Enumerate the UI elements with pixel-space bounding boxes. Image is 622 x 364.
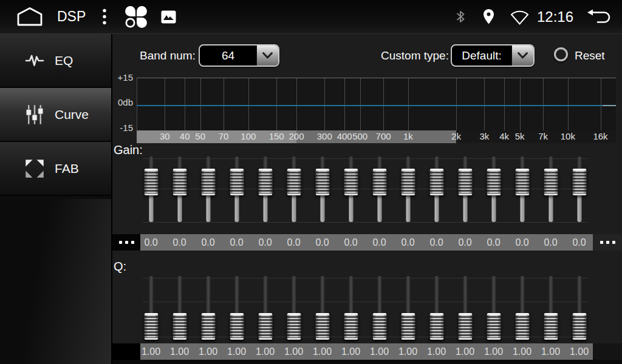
gain-slider[interactable] [451, 157, 479, 224]
eq-plot[interactable] [137, 78, 616, 130]
freq-tick-label: 200 [289, 131, 304, 141]
q-value: 1.00 [394, 343, 422, 360]
q-slider[interactable] [137, 276, 165, 340]
slider-thumb[interactable] [230, 169, 244, 195]
gain-slider[interactable] [536, 157, 565, 224]
slider-track-fill [577, 194, 581, 222]
dsp-clover-icon[interactable] [125, 5, 148, 29]
sidebar-item-fab[interactable]: FAB [0, 142, 111, 196]
slider-thumb[interactable] [372, 313, 386, 340]
gain-slider[interactable] [165, 157, 194, 224]
gain-slider[interactable] [137, 157, 165, 224]
slider-thumb[interactable] [258, 313, 272, 340]
q-slider[interactable] [194, 276, 222, 340]
slider-thumb[interactable] [372, 169, 386, 195]
slider-thumb[interactable] [515, 313, 529, 340]
slider-thumb[interactable] [487, 313, 501, 340]
slider-thumb[interactable] [144, 169, 158, 195]
q-slider[interactable] [394, 276, 422, 340]
band-num-select[interactable]: 64 [199, 44, 279, 67]
slider-thumb[interactable] [429, 169, 443, 195]
gain-slider[interactable] [479, 157, 508, 224]
gain-scroll-right-button[interactable] [593, 234, 622, 251]
gain-slider[interactable] [222, 157, 251, 224]
slider-thumb[interactable] [201, 313, 215, 340]
eq-grid-vline [165, 78, 165, 130]
slider-thumb[interactable] [173, 313, 186, 340]
freq-tick-label: 100 [241, 131, 256, 141]
slider-thumb[interactable] [258, 169, 272, 195]
q-slider[interactable] [451, 276, 479, 340]
home-icon[interactable] [16, 7, 44, 27]
gain-slider[interactable] [251, 157, 279, 224]
eq-grid-vline [324, 78, 325, 130]
freq-tick-label: 70 [219, 131, 229, 141]
gain-slider[interactable] [508, 157, 536, 224]
slider-thumb[interactable] [429, 313, 443, 340]
slider-thumb[interactable] [287, 169, 301, 195]
sidebar-item-eq[interactable]: EQ [0, 34, 111, 88]
q-slider[interactable] [565, 276, 593, 340]
q-value: 1.00 [251, 343, 279, 360]
gain-slider[interactable] [394, 157, 422, 224]
freq-tick-label: 300 [317, 131, 332, 141]
q-slider[interactable] [479, 276, 508, 340]
y-axis-label-zero: 0db [112, 97, 133, 107]
q-values-row: 1.001.001.001.001.001.001.001.001.001.00… [112, 343, 622, 360]
reset-radio[interactable] [554, 47, 568, 61]
gain-value: 0.0 [337, 234, 365, 251]
slider-thumb[interactable] [572, 313, 586, 340]
q-slider[interactable] [222, 276, 251, 340]
eq-grid-vline [408, 78, 409, 130]
slider-thumb[interactable] [344, 169, 358, 195]
slider-thumb[interactable] [544, 313, 558, 340]
gain-slider[interactable] [365, 157, 394, 224]
gain-slider[interactable] [308, 157, 337, 224]
eq-grid-vline [200, 78, 201, 130]
custom-type-select[interactable]: Default: [451, 44, 535, 67]
q-slider[interactable] [536, 276, 565, 340]
q-slider[interactable] [251, 276, 279, 340]
eq-grid-vline [276, 78, 277, 130]
slider-thumb[interactable] [487, 169, 501, 195]
q-scroll-right-button[interactable] [593, 343, 622, 360]
q-slider[interactable] [308, 276, 337, 340]
slider-thumb[interactable] [572, 169, 586, 195]
slider-thumb[interactable] [544, 169, 558, 195]
q-slider[interactable] [365, 276, 394, 340]
q-slider[interactable] [165, 276, 194, 340]
slider-thumb[interactable] [144, 313, 158, 340]
slider-thumb[interactable] [344, 313, 358, 340]
sidebar-item-curve[interactable]: Curve [0, 88, 111, 142]
gain-slider[interactable] [565, 157, 593, 224]
gallery-icon[interactable] [161, 10, 176, 24]
q-value: 1.00 [165, 343, 194, 360]
q-slider[interactable] [508, 276, 536, 340]
gain-slider[interactable] [337, 157, 365, 224]
gain-slider[interactable] [279, 157, 308, 224]
slider-thumb[interactable] [173, 169, 186, 195]
slider-thumb[interactable] [287, 313, 301, 340]
eq-grid-vline [543, 78, 544, 130]
slider-thumb[interactable] [458, 169, 472, 195]
gain-slider[interactable] [194, 157, 222, 224]
slider-thumb[interactable] [458, 313, 472, 340]
back-icon[interactable] [586, 8, 612, 25]
q-value: 1.00 [422, 343, 451, 360]
wifi-icon [510, 8, 530, 25]
q-value: 1.00 [222, 343, 251, 360]
gain-slider[interactable] [422, 157, 451, 224]
slider-thumb[interactable] [201, 169, 215, 195]
gain-value: 0.0 [308, 234, 337, 251]
clock: 12:16 [537, 8, 573, 25]
slider-thumb[interactable] [401, 313, 415, 340]
q-slider[interactable] [337, 276, 365, 340]
slider-thumb[interactable] [515, 169, 529, 195]
q-slider[interactable] [422, 276, 451, 340]
kebab-menu-icon[interactable] [101, 8, 108, 26]
slider-thumb[interactable] [315, 313, 329, 340]
slider-thumb[interactable] [230, 313, 244, 340]
q-slider[interactable] [279, 276, 308, 340]
slider-thumb[interactable] [315, 169, 329, 195]
slider-thumb[interactable] [401, 169, 415, 195]
